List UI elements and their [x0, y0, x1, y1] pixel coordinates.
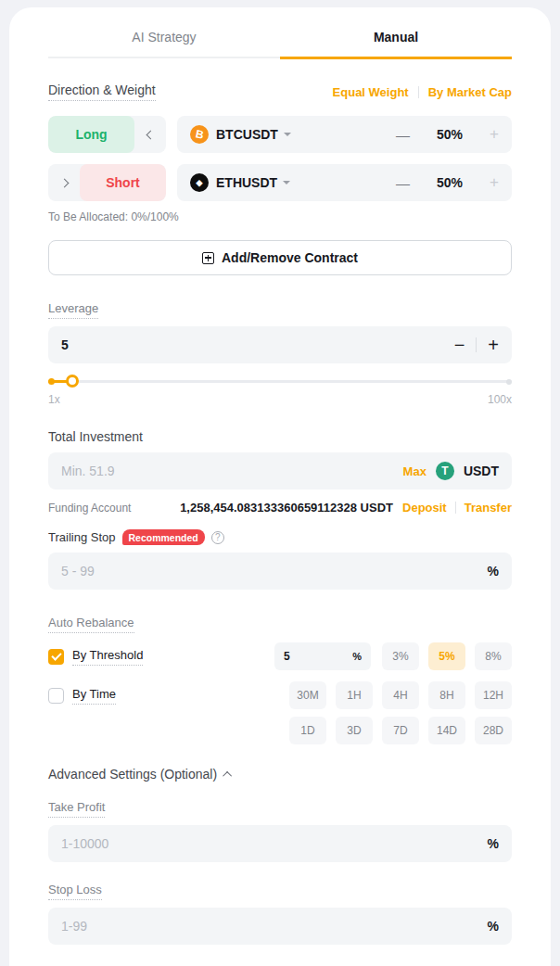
weight-plus-icon[interactable]: + [490, 125, 499, 144]
by-time-checkbox[interactable] [48, 688, 64, 704]
stop-loss-input[interactable] [61, 919, 478, 934]
take-profit-field: % [48, 825, 512, 862]
leverage-field: − + [48, 326, 512, 363]
slider-track[interactable] [48, 380, 512, 383]
trailing-stop-header: Trailing Stop Recommended ? [48, 529, 512, 545]
weight-minus-icon[interactable]: — [396, 127, 410, 143]
funding-account-label: Funding Account [48, 502, 131, 515]
trailing-stop-input[interactable] [61, 564, 478, 578]
time-chip-3d[interactable]: 3D [336, 717, 373, 744]
by-time-row: By Time 30M 1H 4H 8H 12H [48, 681, 512, 709]
time-chip-1h[interactable]: 1H [336, 681, 373, 709]
threshold-chip-3[interactable]: 3% [382, 642, 419, 670]
divider [476, 337, 477, 352]
percent-unit: % [488, 564, 499, 578]
by-market-cap-button[interactable]: By Market Cap [428, 85, 512, 99]
threshold-chip-8[interactable]: 8% [475, 642, 512, 670]
strategy-tabs: AI Strategy Manual [48, 9, 512, 58]
max-button[interactable]: Max [403, 464, 426, 478]
contract-row-btc: Long B BTCUSDT — 50% + [48, 116, 512, 153]
weight-minus-icon[interactable]: — [396, 175, 410, 191]
btc-icon: B [190, 125, 209, 144]
total-investment-label: Total Investment [48, 429, 143, 444]
weight-value: 50% [410, 127, 490, 142]
symbol-name[interactable]: BTCUSDT [216, 127, 278, 142]
recommended-badge: Recommended [122, 529, 205, 545]
funding-balance: 1,258,454.083133360659112328 USDT [180, 501, 393, 515]
leverage-input[interactable] [61, 337, 445, 352]
direction-weight-header: Direction & Weight Equal Weight By Marke… [48, 83, 512, 101]
chevron-right-icon[interactable] [48, 180, 80, 186]
by-time-label: By Time [72, 687, 116, 705]
percent-unit: % [488, 919, 499, 934]
slider-handle[interactable] [66, 375, 79, 388]
chevron-down-icon[interactable] [284, 133, 291, 136]
by-threshold-row: By Threshold % 3% 5% 8% [48, 642, 512, 670]
slider-range-labels: 1x 100x [48, 393, 512, 406]
trading-bot-panel: AI Strategy Manual Direction & Weight Eq… [9, 7, 551, 966]
investment-input[interactable] [61, 464, 394, 478]
to-be-allocated-text: To Be Allocated: 0%/100% [48, 210, 512, 223]
weight-mode-links: Equal Weight By Market Cap [333, 85, 512, 99]
slider-end-dot [506, 379, 512, 385]
transfer-link[interactable]: Transfer [465, 501, 512, 515]
leverage-plus-button[interactable]: + [488, 336, 499, 354]
by-threshold-checkbox[interactable] [48, 649, 64, 665]
leverage-minus-button[interactable]: − [454, 336, 465, 354]
long-pill[interactable]: Long [48, 116, 134, 153]
usdt-icon: T [436, 462, 454, 480]
direction-toggle-long[interactable]: Long [48, 116, 166, 153]
symbol-selector-btc: B BTCUSDT — 50% + [177, 116, 512, 153]
threshold-chip-5-selected[interactable]: 5% [428, 642, 465, 670]
eth-icon: ◆ [190, 173, 209, 192]
time-chip-30m[interactable]: 30M [289, 681, 326, 709]
add-remove-contract-button[interactable]: Add/Remove Contract [48, 240, 512, 275]
direction-toggle-short[interactable]: Short [48, 164, 166, 201]
investment-field: Max T USDT [48, 452, 512, 489]
time-chip-7d[interactable]: 7D [382, 717, 419, 744]
chevron-up-icon [223, 770, 232, 780]
weight-value: 50% [410, 175, 490, 190]
threshold-value-field: % [274, 642, 371, 670]
leverage-label: Leverage [48, 301, 98, 319]
funding-account-row: Funding Account 1,258,454.08313336065911… [48, 501, 512, 515]
advanced-settings-label: Advanced Settings (Optional) [48, 767, 217, 782]
time-chip-4h[interactable]: 4H [382, 681, 419, 709]
contract-row-eth: Short ◆ ETHUSDT — 50% + [48, 164, 512, 201]
deposit-link[interactable]: Deposit [402, 501, 447, 515]
divider [418, 86, 419, 98]
chevron-down-icon[interactable] [283, 181, 290, 184]
symbol-name[interactable]: ETHUSDT [216, 175, 277, 190]
weight-plus-icon[interactable]: + [490, 173, 499, 192]
time-chip-8h[interactable]: 8H [428, 681, 465, 709]
slider-start-dot [48, 378, 55, 385]
trailing-stop-field: % [48, 553, 512, 590]
advanced-settings-toggle[interactable]: Advanced Settings (Optional) [48, 767, 512, 782]
slider-min-label: 1x [48, 393, 60, 406]
by-threshold-label: By Threshold [72, 648, 143, 666]
threshold-unit: % [352, 651, 362, 662]
short-pill[interactable]: Short [80, 164, 166, 201]
slider-max-label: 100x [488, 393, 512, 406]
symbol-selector-eth: ◆ ETHUSDT — 50% + [177, 164, 512, 201]
direction-weight-label: Direction & Weight [48, 83, 156, 101]
stop-loss-field: % [48, 908, 512, 945]
percent-unit: % [488, 836, 499, 851]
tab-ai-strategy[interactable]: AI Strategy [48, 9, 280, 58]
trailing-stop-label: Trailing Stop [48, 530, 116, 544]
time-chip-28d[interactable]: 28D [475, 717, 512, 744]
time-chip-1d[interactable]: 1D [289, 717, 326, 744]
currency-label: USDT [464, 464, 499, 478]
take-profit-input[interactable] [61, 836, 478, 851]
add-contract-icon [202, 252, 214, 264]
add-remove-contract-label: Add/Remove Contract [222, 250, 358, 265]
time-chip-12h[interactable]: 12H [475, 681, 512, 709]
leverage-slider[interactable] [48, 375, 512, 388]
chevron-left-icon[interactable] [134, 132, 166, 138]
tab-manual[interactable]: Manual [280, 9, 512, 58]
time-chip-14d[interactable]: 14D [428, 717, 465, 744]
threshold-input[interactable] [284, 650, 352, 663]
equal-weight-button[interactable]: Equal Weight [333, 85, 409, 99]
help-icon[interactable]: ? [211, 531, 224, 544]
take-profit-label: Take Profit [48, 800, 105, 818]
